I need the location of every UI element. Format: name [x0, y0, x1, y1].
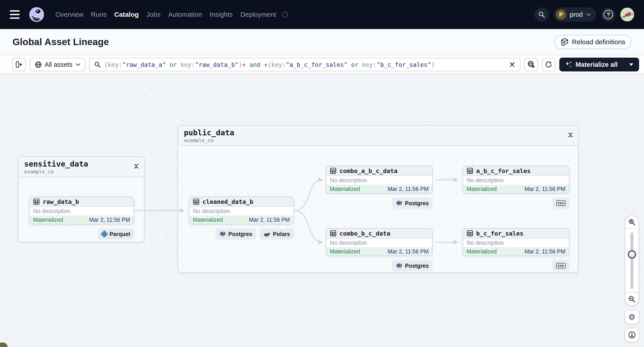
- globe-plus-icon: [527, 60, 535, 68]
- reload-definitions-button[interactable]: Reload definitions: [554, 35, 632, 49]
- zoom-control: [625, 216, 639, 306]
- zoom-out-button[interactable]: [625, 293, 639, 306]
- reload-definitions-label: Reload definitions: [572, 38, 626, 46]
- postgres-icon: [396, 262, 402, 269]
- badge-row-combo-b-c-data: Postgres: [392, 260, 432, 271]
- materialization-timestamp: Mar 2, 11:56 PM: [524, 186, 565, 192]
- zoom-in-button[interactable]: [625, 216, 639, 229]
- deployment-avatar: P: [556, 9, 566, 20]
- badge-row-cleaned-data-b: Postgres Polars: [216, 228, 294, 240]
- asset-node-header: a_b_c_for_sales: [463, 166, 569, 176]
- deployment-switcher[interactable]: P prod: [554, 7, 596, 22]
- nav-item-overview[interactable]: Overview: [56, 11, 83, 18]
- asset-scope-label: All assets: [45, 61, 72, 68]
- kind-tag-polars[interactable]: Polars: [260, 228, 294, 240]
- asset-node-combo-b-c-data[interactable]: combo_b_c_data No description Materializ…: [326, 228, 432, 256]
- table-icon: [193, 198, 200, 205]
- asset-title: b_c_for_sales: [476, 230, 523, 237]
- kind-tag-postgres[interactable]: Postgres: [392, 260, 432, 271]
- clear-query-icon[interactable]: [509, 61, 516, 68]
- search-icon: [94, 61, 101, 68]
- badge-row-raw-data-b: Parquet: [98, 228, 134, 240]
- asset-status-row: Materialized Mar 2, 11:56 PM: [463, 185, 569, 193]
- asset-node-header: combo_a_b_c_data: [326, 166, 432, 176]
- open-panel-button[interactable]: [12, 58, 26, 71]
- asset-node-header: combo_b_c_data: [326, 229, 432, 239]
- materialization-timestamp: Mar 2, 11:56 PM: [249, 217, 290, 223]
- badge-row-b-c-for-sales: csv: [552, 260, 569, 271]
- share-view-button[interactable]: [524, 58, 538, 71]
- asset-description: No description: [30, 207, 134, 216]
- nav-item-catalog[interactable]: Catalog: [114, 11, 139, 18]
- collapse-group-icon[interactable]: [568, 132, 573, 138]
- page-title: Global Asset Lineage: [12, 37, 109, 47]
- zoom-slider-thumb[interactable]: [628, 250, 636, 259]
- collapse-group-icon[interactable]: [134, 163, 139, 169]
- group-name: public_data: [184, 128, 572, 137]
- postgres-icon: [396, 200, 402, 207]
- bottom-left-partial-element: [0, 343, 8, 347]
- nav-item-runs[interactable]: Runs: [91, 11, 106, 18]
- zoom-slider-track: [630, 232, 633, 289]
- materialize-all-split-button: Materialize all: [559, 58, 639, 71]
- nav-item-deployment[interactable]: Deployment: [240, 11, 276, 18]
- table-icon: [330, 167, 336, 174]
- asset-node-b-c-for-sales[interactable]: b_c_for_sales No description Materialize…: [462, 228, 569, 256]
- asset-node-combo-a-b-c-data[interactable]: combo_a_b_c_data No description Material…: [326, 166, 432, 194]
- bird-avatar-icon: [620, 7, 634, 21]
- status-label: Materialized: [466, 186, 497, 192]
- asset-status-row: Materialized Mar 2, 11:56 PM: [30, 216, 134, 224]
- kind-tag-postgres[interactable]: Postgres: [216, 228, 256, 240]
- asset-description: No description: [326, 176, 432, 185]
- materialization-timestamp: Mar 2, 11:56 PM: [89, 217, 130, 223]
- badge-row-combo-a-b-c-data: Postgres: [392, 198, 432, 209]
- nav-item-insights[interactable]: Insights: [210, 11, 232, 18]
- graph-settings-button[interactable]: ⚙: [625, 310, 639, 324]
- materialize-options-button[interactable]: [623, 58, 639, 71]
- asset-title: a_b_c_for_sales: [476, 167, 531, 174]
- asset-node-a-b-c-for-sales[interactable]: a_b_c_for_sales No description Materiali…: [462, 166, 569, 194]
- deployment-name: prod: [570, 11, 583, 18]
- asset-title: combo_a_b_c_data: [340, 167, 398, 174]
- cube-reload-icon: [560, 38, 569, 46]
- dagster-logo-icon[interactable]: [28, 6, 45, 22]
- sparkles-icon: [565, 61, 572, 68]
- materialize-all-button[interactable]: Materialize all: [559, 58, 623, 71]
- asset-status-row: Materialized Mar 2, 11:56 PM: [189, 216, 294, 224]
- gear-icon: ⚙: [628, 313, 636, 321]
- csv-icon: csv: [556, 263, 566, 269]
- zoom-in-icon: [628, 218, 636, 226]
- kind-tag-csv[interactable]: csv: [552, 260, 569, 271]
- download-image-button[interactable]: [625, 328, 639, 342]
- asset-scope-dropdown[interactable]: All assets: [30, 58, 85, 71]
- materialization-timestamp: Mar 2, 11:56 PM: [524, 248, 565, 255]
- parquet-icon: [100, 230, 108, 238]
- asset-title: cleaned_data_b: [202, 198, 254, 205]
- group-header[interactable]: sensitive_data example_co: [18, 157, 144, 177]
- kind-tag-csv[interactable]: csv: [552, 198, 569, 209]
- help-button[interactable]: ?: [601, 7, 616, 22]
- chevron-down-icon: [586, 13, 591, 16]
- nav-item-automation[interactable]: Automation: [168, 11, 202, 18]
- top-nav: Overview Runs Catalog Jobs Automation In…: [0, 0, 644, 29]
- lineage-canvas[interactable]: sensitive_data example_co public_data ex…: [0, 74, 644, 347]
- kind-tag-parquet[interactable]: Parquet: [98, 228, 134, 240]
- sidebar-expand-icon: [15, 60, 23, 68]
- asset-status-row: Materialized Mar 2, 11:56 PM: [463, 247, 569, 256]
- user-avatar[interactable]: [620, 7, 634, 21]
- nav-item-jobs[interactable]: Jobs: [146, 11, 160, 18]
- asset-node-cleaned-data-b[interactable]: cleaned_data_b No description Materializ…: [189, 197, 294, 224]
- asset-description: No description: [189, 207, 294, 216]
- group-header[interactable]: public_data example_co: [178, 125, 578, 146]
- refresh-button[interactable]: [542, 58, 555, 71]
- menu-icon[interactable]: [10, 10, 20, 19]
- materialization-timestamp: Mar 2, 11:56 PM: [388, 248, 428, 255]
- status-label: Materialized: [33, 217, 63, 223]
- chevron-down-icon: [76, 63, 80, 66]
- asset-query-input[interactable]: (key:"raw_data_a" or key:"raw_data_b")+ …: [89, 58, 520, 71]
- search-button[interactable]: [534, 7, 549, 22]
- zoom-slider[interactable]: [625, 229, 639, 293]
- status-spinner-icon: [282, 11, 288, 17]
- asset-node-raw-data-b[interactable]: raw_data_b No description Materialized M…: [29, 197, 134, 224]
- kind-tag-postgres[interactable]: Postgres: [392, 198, 432, 209]
